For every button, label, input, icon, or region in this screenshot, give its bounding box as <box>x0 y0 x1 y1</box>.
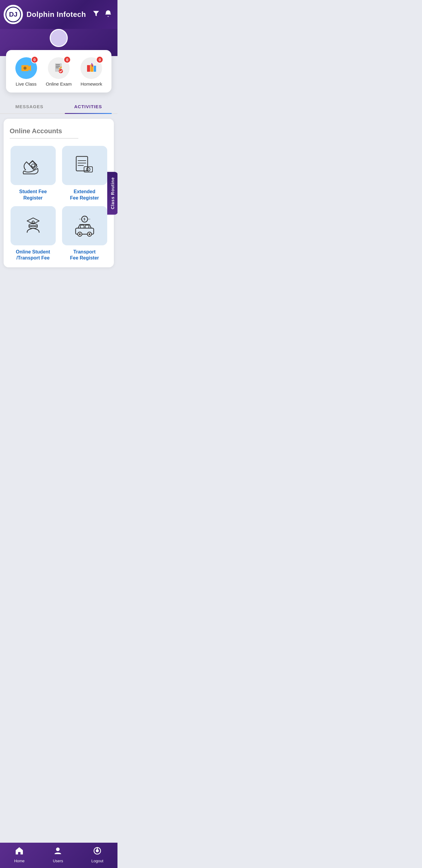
app-logo: DJ <box>4 5 23 24</box>
homework-icon-wrap: 0 <box>80 57 102 79</box>
account-item-online-student[interactable]: $ Online Student/Transport Fee <box>10 206 56 261</box>
filter-icon[interactable] <box>92 10 100 19</box>
live-class-label: Live Class <box>16 82 36 87</box>
account-item-student-fee[interactable]: Student FeeRegister <box>10 146 56 201</box>
account-item-extended-fee[interactable]: $ ExtendedFee Register <box>61 146 108 201</box>
quick-item-homework[interactable]: 0 Homework <box>80 57 102 87</box>
online-accounts-title: Online Accounts <box>10 127 108 135</box>
student-fee-label: Student FeeRegister <box>19 189 47 201</box>
homework-badge: 0 <box>96 56 103 63</box>
header-icons <box>92 10 112 19</box>
online-exam-badge: 0 <box>64 56 71 63</box>
svg-rect-9 <box>90 64 93 72</box>
svg-rect-6 <box>56 67 59 68</box>
logo-inner: DJ <box>5 7 21 22</box>
quick-item-online-exam[interactable]: 0 Online Exam <box>46 57 72 87</box>
student-fee-icon-box <box>10 146 56 185</box>
online-exam-icon-wrap: 0 <box>48 57 70 79</box>
svg-marker-1 <box>29 65 31 71</box>
svg-rect-8 <box>87 65 90 72</box>
extended-fee-label: ExtendedFee Register <box>70 189 99 201</box>
online-accounts-card: Online Accounts Class Routine <box>4 119 114 267</box>
svg-point-36 <box>79 233 81 235</box>
app-title: Dolphin Infotech <box>27 10 89 19</box>
tab-activities[interactable]: ACTIVITIES <box>59 100 118 113</box>
svg-rect-5 <box>56 66 60 67</box>
svg-point-13 <box>32 164 35 167</box>
class-routine-button[interactable]: Class Routine <box>107 172 118 214</box>
quick-item-live-class[interactable]: 0 Live Class <box>15 57 37 87</box>
svg-text:$: $ <box>32 221 33 223</box>
svg-text:$: $ <box>87 168 89 171</box>
online-exam-label: Online Exam <box>46 82 72 87</box>
svg-point-2 <box>24 67 27 70</box>
main-tabs: MESSAGES ACTIVITIES <box>0 100 118 114</box>
main-content: Online Accounts Class Routine <box>0 114 118 296</box>
account-item-transport-fee[interactable]: $ TransportFee Register <box>61 206 108 261</box>
live-class-icon-wrap: 0 <box>15 57 37 79</box>
quick-access-card: 0 Live Class 0 Online Exam <box>6 50 111 93</box>
svg-rect-14 <box>76 156 88 171</box>
online-student-label: Online Student/Transport Fee <box>16 249 50 261</box>
svg-rect-4 <box>56 64 60 65</box>
app-header: DJ Dolphin Infotech <box>0 0 118 29</box>
transport-fee-label: TransportFee Register <box>70 249 99 261</box>
live-class-badge: 0 <box>31 56 38 63</box>
tab-messages[interactable]: MESSAGES <box>0 100 59 113</box>
svg-rect-33 <box>80 225 84 228</box>
extended-fee-icon-box: $ <box>62 146 107 185</box>
svg-rect-34 <box>85 225 89 228</box>
section-divider <box>10 138 78 138</box>
homework-label: Homework <box>80 82 102 87</box>
bell-icon[interactable] <box>104 10 112 19</box>
svg-point-38 <box>89 233 90 235</box>
svg-text:$: $ <box>84 218 85 221</box>
user-avatar <box>50 29 68 47</box>
svg-rect-10 <box>94 66 96 72</box>
accounts-grid: Student FeeRegister $ <box>10 146 108 261</box>
transport-fee-icon-box: $ <box>62 206 107 245</box>
online-student-icon-box: $ <box>10 206 56 245</box>
